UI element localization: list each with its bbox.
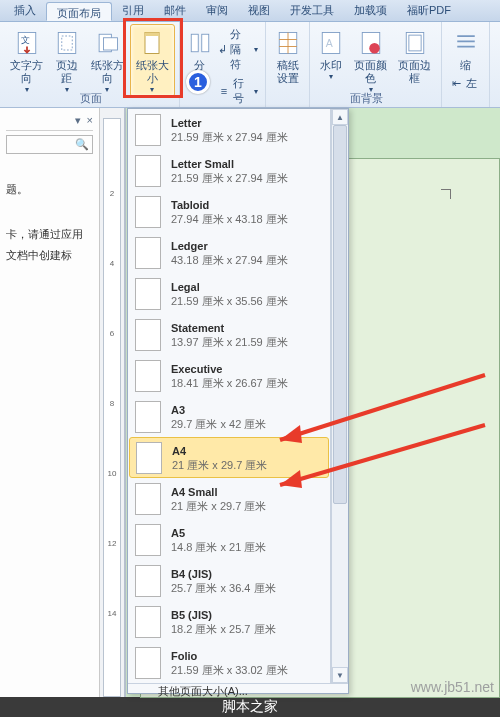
paper-size-option[interactable]: Tabloid27.94 厘米 x 43.18 厘米 [128, 191, 330, 232]
paper-size-option[interactable]: Ledger43.18 厘米 x 27.94 厘米 [128, 232, 330, 273]
paper-size-option[interactable]: Legal21.59 厘米 x 35.56 厘米 [128, 273, 330, 314]
paper-size-option[interactable]: Letter Small21.59 厘米 x 27.94 厘米 [128, 150, 330, 191]
paper-size-option[interactable]: B4 (JIS)25.7 厘米 x 36.4 厘米 [128, 560, 330, 601]
page-thumb-icon [135, 360, 161, 392]
tab-insert[interactable]: 插入 [4, 0, 46, 21]
nav-text-line: 题。 [6, 182, 93, 197]
paper-size-name: A4 [172, 444, 267, 458]
ruler-tick: 12 [104, 539, 120, 548]
svg-rect-8 [191, 34, 198, 52]
page-thumb-icon [135, 483, 161, 515]
btn-text-direction[interactable]: 文 文字方向 ▾ [4, 24, 49, 97]
indent-icon [450, 27, 482, 59]
indent-left-field[interactable]: ⇤ 左 [446, 75, 485, 92]
paper-size-name: Statement [171, 321, 288, 335]
nav-search-input[interactable]: 🔍 [6, 135, 93, 154]
margins-icon [51, 27, 83, 59]
columns-icon [184, 27, 216, 59]
btn-breaks[interactable]: ↲ 分隔符▾ [215, 26, 261, 73]
page-thumb-icon [135, 565, 161, 597]
paper-size-name: B4 (JIS) [171, 567, 276, 581]
tab-mailings[interactable]: 邮件 [154, 0, 196, 21]
page-thumb-icon [135, 196, 161, 228]
tab-developer[interactable]: 开发工具 [280, 0, 344, 21]
paper-size-option[interactable]: Statement13.97 厘米 x 21.59 厘米 [128, 314, 330, 355]
paper-size-dimensions: 21 厘米 x 29.7 厘米 [171, 499, 266, 513]
ruler-tick: 14 [104, 609, 120, 618]
btn-shrink-label: 缩 [460, 59, 471, 72]
group-page-setup-label: 页面 [6, 92, 176, 106]
paper-size-dimensions: 13.97 厘米 x 21.59 厘米 [171, 335, 288, 349]
btn-shrink[interactable]: 缩 [446, 24, 485, 75]
paper-size-name: Letter [171, 116, 288, 130]
ribbon-tabstrip: 插入 页面布局 引用 邮件 审阅 视图 开发工具 加载项 福昕PDF [0, 0, 500, 22]
paper-size-dimensions: 43.18 厘米 x 27.94 厘米 [171, 253, 288, 267]
page-thumb-icon [135, 237, 161, 269]
svg-rect-7 [145, 33, 159, 37]
btn-text-direction-label: 文字方向 [8, 59, 45, 85]
chevron-down-icon: ▾ [329, 72, 333, 81]
manuscript-icon [272, 27, 304, 59]
paper-size-dimensions: 21.59 厘米 x 33.02 厘米 [171, 663, 288, 677]
page-thumb-icon [135, 278, 161, 310]
btn-page-borders-label: 页面边框 [397, 59, 433, 85]
btn-margins[interactable]: 页边距 ▾ [49, 24, 85, 97]
tab-references[interactable]: 引用 [112, 0, 154, 21]
btn-columns[interactable]: 分 [184, 24, 215, 75]
btn-page-borders[interactable]: 页面边框 [393, 24, 437, 97]
tab-view[interactable]: 视图 [238, 0, 280, 21]
page-color-icon [355, 27, 387, 59]
paper-size-more-label: 其他页面大小(A)... [158, 684, 248, 699]
btn-line-numbers[interactable]: ≡ 行号▾ [215, 75, 261, 107]
page-thumb-icon [135, 606, 161, 638]
btn-paper-size[interactable]: 纸张大小 ▾ [130, 24, 175, 97]
paper-size-option[interactable]: B5 (JIS)18.2 厘米 x 25.7 厘米 [128, 601, 330, 642]
annotation-arrow [260, 415, 490, 535]
btn-orientation-label: 纸张方向 [89, 59, 126, 85]
ruler-tick: 6 [104, 329, 120, 338]
btn-manuscript-label: 稿纸 设置 [277, 59, 299, 85]
paper-size-name: B5 (JIS) [171, 608, 276, 622]
scroll-up-icon[interactable]: ▲ [332, 109, 348, 125]
group-page-background-label: 面背景 [350, 92, 383, 106]
page-thumb-icon [135, 647, 161, 679]
nav-pane-close-icon[interactable]: × [87, 114, 93, 127]
paper-size-dimensions: 29.7 厘米 x 42 厘米 [171, 417, 266, 431]
page-thumb-icon [136, 442, 162, 474]
ruler-tick: 4 [104, 259, 120, 268]
tab-review[interactable]: 审阅 [196, 0, 238, 21]
tab-page-layout[interactable]: 页面布局 [46, 2, 112, 21]
btn-manuscript[interactable]: 稿纸 设置 [270, 24, 305, 88]
paper-size-option[interactable]: Letter21.59 厘米 x 27.94 厘米 [128, 109, 330, 150]
margin-corner-mark [441, 189, 451, 199]
page-thumb-icon [135, 155, 161, 187]
paper-size-dimensions: 21.59 厘米 x 35.56 厘米 [171, 294, 288, 308]
page-thumb-icon [135, 319, 161, 351]
paper-size-dimensions: 21 厘米 x 29.7 厘米 [172, 458, 267, 472]
btn-line-numbers-label: 行号 [233, 76, 251, 106]
btn-page-color[interactable]: 页面颜色 ▾ [348, 24, 392, 97]
page-thumb-icon [135, 401, 161, 433]
btn-orientation[interactable]: 纸张方向 ▾ [85, 24, 130, 97]
site-watermark: www.jb51.net [411, 679, 494, 695]
indent-left-label: 左 [466, 76, 477, 91]
btn-watermark[interactable]: A 水印 ▾ [314, 24, 348, 97]
ribbon: 文 文字方向 ▾ 页边距 ▾ 纸张方向 ▾ [0, 22, 500, 108]
paper-size-more[interactable]: 其他页面大小(A)... [128, 683, 348, 699]
svg-point-17 [369, 43, 380, 54]
orientation-icon [91, 27, 123, 59]
paper-size-name: A3 [171, 403, 266, 417]
tab-foxitpdf[interactable]: 福昕PDF [397, 0, 461, 21]
paper-size-name: A4 Small [171, 485, 266, 499]
svg-text:A: A [326, 37, 333, 49]
navigation-pane: ▾ × 🔍 题。 卡，请通过应用 文档中创建标 [0, 108, 100, 697]
paper-size-dimensions: 21.59 厘米 x 27.94 厘米 [171, 171, 288, 185]
btn-margins-label: 页边距 [53, 59, 81, 85]
paper-size-option[interactable]: Folio21.59 厘米 x 33.02 厘米 [128, 642, 330, 683]
btn-page-color-label: 页面颜色 [352, 59, 388, 85]
paper-size-dimensions: 14.8 厘米 x 21 厘米 [171, 540, 266, 554]
svg-marker-23 [280, 470, 302, 488]
tab-addins[interactable]: 加载项 [344, 0, 397, 21]
nav-pane-dropdown-icon[interactable]: ▾ [75, 114, 81, 127]
scroll-down-icon[interactable]: ▼ [332, 667, 348, 683]
